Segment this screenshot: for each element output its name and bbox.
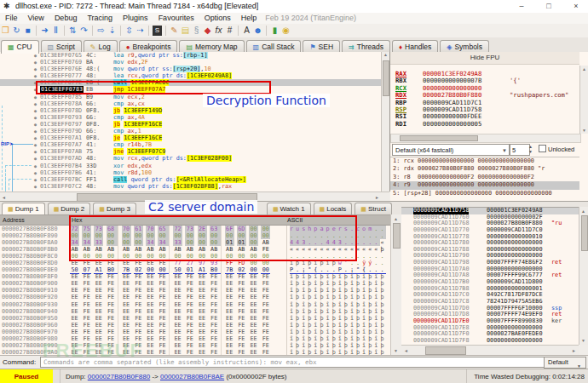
register-row[interactable]: RDI0000000000000005 [390, 121, 579, 128]
disasm-row[interactable]: ●01C3EEFF07654C:lea r9,qword ptr ss:[rbp… [0, 52, 389, 59]
dump-row[interactable]: 0000027B80B0F910EEFEEEFEEEFEEEFEEEFEEEFE… [0, 287, 390, 294]
register-row[interactable]: RSP0000009CAD11D758 [390, 106, 579, 113]
minimize-button[interactable]: – [510, 0, 533, 13]
dump-row[interactable]: 0000027B80B0F960EEFEEEFEEEFEEEFEEEFEEEFE… [0, 322, 390, 329]
dump-row[interactable]: 0000027B80B0F990EEFEEEFEEEFEEEFEEEFEEEFE… [0, 342, 390, 349]
breakpoint-dot[interactable]: ● [34, 169, 37, 176]
disasm-row[interactable]: ●01C3EEFF0769BAmov edx,2F [0, 59, 389, 66]
register-row[interactable]: RAX000001C3EF0249A8 [390, 71, 579, 77]
menu-options[interactable]: Options [199, 13, 236, 24]
breakpoint-dot[interactable]: ● [34, 155, 37, 162]
breakpoint-dot[interactable]: ● [34, 114, 37, 121]
disasm-row[interactable]: ●01C3EEFF07A741:cmp r14b,7B [0, 141, 389, 148]
disassembly-pane[interactable]: ●01C3EEFF07654C:lea r9,qword ptr ss:[rbp… [0, 52, 390, 192]
script-icon[interactable]: S [153, 26, 162, 36]
breakpoint-dot[interactable]: ● [34, 141, 37, 148]
tab-cpu[interactable]: ▦CPU [1, 40, 39, 54]
dump-row[interactable]: 0000027B80B0F940EEFEEEFEEEFEEEFEEEFEEEFE… [0, 308, 390, 315]
breakpoint-dot[interactable]: ● [34, 107, 37, 114]
menu-favourites[interactable]: Favourites [153, 13, 199, 24]
run-to-icon[interactable]: ⇨ [95, 24, 107, 37]
unlocked-checkbox[interactable] [539, 145, 546, 152]
dump-row[interactable]: 0000027B80B0F900EEFEEEFEEEFEEEFEEEFEEEFE… [0, 280, 390, 287]
tab-dump-2[interactable]: ▦Dump 2 [48, 203, 91, 214]
step-over-icon[interactable]: ↷ [78, 24, 89, 37]
breakpoint-dot[interactable]: ● [34, 148, 37, 155]
argument-row[interactable]: 2: rdx 0000027B80B0F880 0000027B80B0F880… [390, 165, 579, 173]
tab-dump-3[interactable]: ▦Dump 3 [93, 203, 136, 214]
menu-view[interactable]: View [23, 13, 49, 24]
dump-row[interactable]: 0000027B80B0F930EEFEEEFEEEFEEEFEEEFEEEFE… [0, 301, 390, 308]
step-out-icon[interactable]: ⇣ [107, 24, 118, 37]
registers-vertical-scrollbar[interactable]: ▲▼ [579, 66, 588, 134]
tab-locals[interactable]: ▦Locals [314, 203, 353, 214]
dump-row[interactable]: 0000027B80B0F980EEFEEEFEEEFEEEFEEEFEEEFE… [0, 335, 390, 342]
stop-icon[interactable]: ■ [22, 24, 33, 37]
dump-to-link[interactable]: 0000027B80B0F8AE [160, 373, 224, 380]
disasm-row[interactable]: ●01C3EEFF07B641:mov r8d,100 [0, 169, 389, 176]
depth-spinner[interactable]: ▲▼ [528, 144, 533, 154]
stack-pane[interactable]: 0000009CAD11D758000001C3EF0249A80000009C… [401, 207, 579, 356]
tab-dump-1[interactable]: ▦Dump 1 [2, 203, 45, 214]
trace-into-icon[interactable]: ⇳ [124, 24, 135, 37]
disasm-row[interactable]: ●01C3EEFF076E48:(mov qword ptr ss:[rsp+2… [0, 66, 389, 72]
register-row[interactable]: RSI000000000000FDEE [390, 113, 579, 120]
argument-row[interactable]: 5: [rsp+28] 0000000000000000 00000000000… [390, 190, 579, 197]
restart-icon[interactable]: ↻ [11, 24, 22, 37]
step-into-icon[interactable]: ⇅ [67, 24, 78, 37]
breakpoint-dot[interactable]: ● [34, 100, 37, 107]
dump-row[interactable]: 0000027B80B0F8E05007A1B07B0200005001A1B0… [0, 266, 390, 273]
breakpoint-dot[interactable]: ● [34, 128, 37, 134]
disasm-row[interactable]: ●01C3EEFF07A10F8.je 1C3EEFF16CE [0, 134, 389, 141]
label-icon[interactable]: § [191, 24, 202, 37]
hash-icon[interactable]: # [224, 24, 235, 37]
argument-row[interactable]: 3: r8 00000000000000F2 00000000000000F2 [390, 174, 579, 181]
menu-help[interactable]: Help [236, 13, 262, 24]
dump-row[interactable]: 0000027B80B0F920EEFEEEFEEEFEEEFEEEFEEEFE… [0, 294, 390, 300]
breakpoint-dot[interactable]: ● [34, 134, 37, 141]
command-input[interactable] [40, 357, 550, 368]
disasm-row[interactable]: ●01C3EEFF079366:cmp ax,4A [0, 114, 389, 121]
breakpoint-dot[interactable]: ● [34, 176, 37, 183]
maximize-button[interactable]: □ [537, 0, 561, 13]
calling-convention-select[interactable]: Default (x64 fastcall)▼ [392, 144, 510, 156]
close-button[interactable]: × [564, 0, 588, 13]
register-row[interactable]: RBP0000009CAD11D7C1 [390, 100, 579, 106]
registers-pane[interactable]: Hide FPU RAX000001C3EF0249A8RBX000000000… [390, 52, 588, 207]
stack-row[interactable]: 0000009CAD11D7F80000000000000000 [401, 338, 579, 345]
menu-debug[interactable]: Debug [49, 13, 83, 24]
tab-watch-1[interactable]: ▦Watch 1 [267, 203, 311, 214]
hide-fpu-button[interactable]: Hide FPU [390, 52, 579, 65]
disasm-row[interactable]: ●01C3EEFF07AD48:mov rcx,qword ptr ds:[1C… [0, 155, 389, 162]
disasm-row[interactable]: ●01C3EEFF07970F8.jb 1C3EEFF16CE [0, 121, 389, 128]
run-to-user-icon[interactable]: ⇢ [135, 24, 146, 37]
disasm-row[interactable]: ●01C3EEFF07C248:mov qword ptr ds:[1C3EF0… [0, 183, 389, 190]
dump-row[interactable]: 0000027B80B0F8F0EEFEEEFEEEFEEEFEEEFEEEFE… [0, 273, 390, 280]
command-mode-select[interactable]: Default▼ [544, 357, 586, 369]
disasm-row[interactable]: ●01C3EEFF07BCFF1call qword ptr ds:[<&Rtl… [0, 176, 389, 183]
dump-row[interactable]: 0000027B80B0F970EEFEEEFEEEFEEEFEEEFEEEFE… [0, 329, 390, 335]
hints-icon[interactable]: ◉ [280, 24, 291, 37]
disasm-row[interactable]: ●01C3EEFF079D66:cmp ax,1 [0, 128, 389, 134]
breakpoint-dot[interactable]: ● [34, 183, 37, 190]
font-icon[interactable]: A [241, 24, 252, 37]
argument-row[interactable]: 4: r9 0000000000000000 0000000000000000 [390, 181, 579, 189]
args-depth-input[interactable]: 5 [510, 144, 530, 156]
open-file-icon[interactable]: ❒ [0, 24, 11, 37]
register-row[interactable]: RDX0000027B80B0F880"rushpapers.com" [390, 92, 579, 99]
breakpoint-dot[interactable]: ● [34, 121, 37, 128]
disasm-row[interactable]: ●01C3EEFF078A66:cmp ax,cx [0, 100, 389, 107]
argument-row[interactable]: 1: rcx 0000000000000000 0000000000000000 [390, 157, 579, 165]
breakpoint-dot[interactable]: ● [34, 163, 37, 169]
breakpoint-dot[interactable]: ● [34, 59, 37, 66]
patch-icon[interactable]: ✎ [169, 24, 180, 37]
fx-icon[interactable]: fx [213, 24, 224, 37]
menu-file[interactable]: File [0, 13, 23, 24]
menu-tracing[interactable]: Tracing [82, 13, 118, 24]
disasm-row[interactable]: ●01C3EEFF077748:lea rcx,qword ptr ds:[1C… [0, 72, 389, 79]
memory-icon[interactable]: ▮ [269, 24, 280, 37]
breakpoint-dot[interactable]: ● [34, 72, 37, 79]
comment-icon[interactable]: ▤ [180, 24, 191, 37]
disasm-row[interactable]: ●01C3EEFF078D0F8.jb 1C3EEFF149D [0, 107, 389, 114]
scylla-icon[interactable]: ☻ [252, 24, 263, 37]
